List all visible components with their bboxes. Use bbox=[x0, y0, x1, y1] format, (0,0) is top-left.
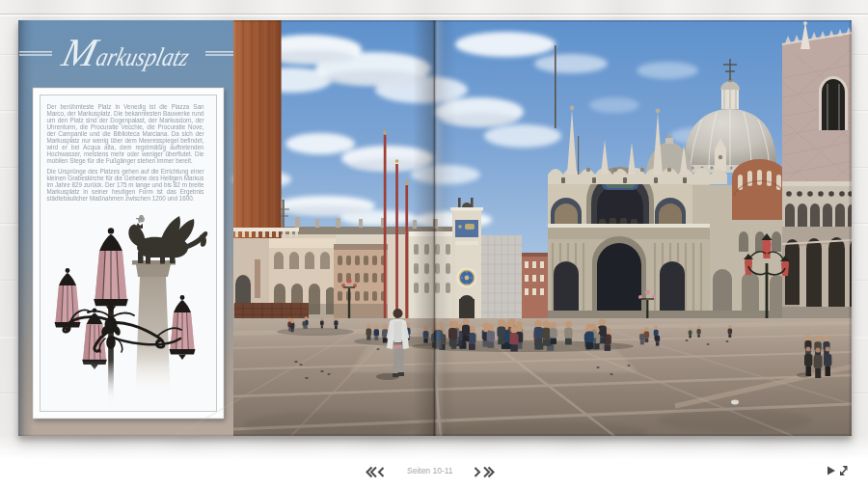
svg-text:arkusplatz: arkusplatz bbox=[94, 42, 193, 71]
